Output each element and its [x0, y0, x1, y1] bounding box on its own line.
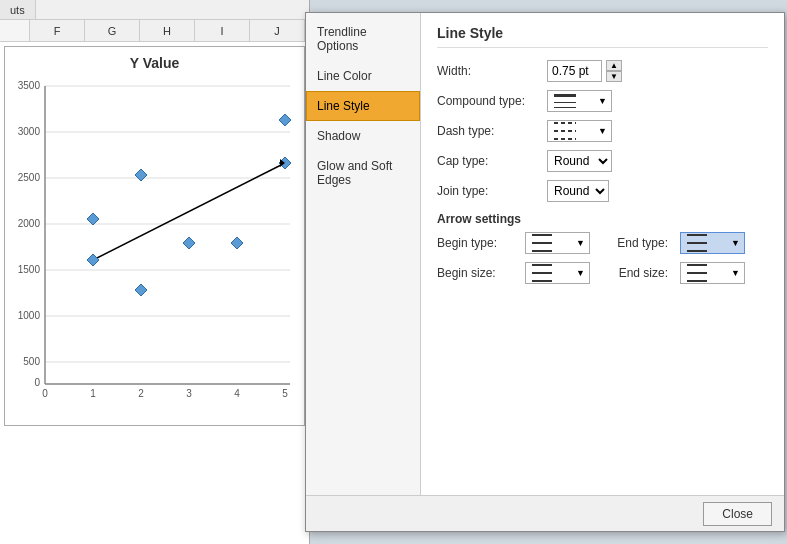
- join-type-row: Join type: Round Bevel Miter: [437, 180, 768, 202]
- row-num-spacer: [0, 20, 30, 41]
- sheet-tab[interactable]: uts: [0, 0, 36, 19]
- svg-text:5: 5: [282, 388, 288, 399]
- width-up-btn[interactable]: ▲: [606, 60, 622, 71]
- spreadsheet-area: uts F G H I J Y Value 3500 3000 2500 200…: [0, 0, 310, 544]
- begin-size-label: Begin size:: [437, 266, 517, 280]
- dialog-panel: Trendline Options Line Color Line Style …: [305, 12, 785, 532]
- svg-text:1: 1: [90, 388, 96, 399]
- end-size-label: End size:: [598, 266, 668, 280]
- chart-title: Y Value: [5, 47, 304, 71]
- chart-svg: 3500 3000 2500 2000 1500 1000 500 0 0 1 …: [10, 71, 300, 401]
- width-down-btn[interactable]: ▼: [606, 71, 622, 82]
- begin-size-icon: [530, 260, 554, 286]
- join-type-select[interactable]: Round Bevel Miter: [547, 180, 609, 202]
- dash-type-icon: [552, 118, 578, 144]
- compound-type-row: Compound type: ▼: [437, 90, 768, 112]
- column-headers: F G H I J: [0, 20, 309, 42]
- svg-text:1500: 1500: [17, 264, 40, 275]
- svg-text:2000: 2000: [17, 218, 40, 229]
- compound-type-icon: [552, 92, 578, 110]
- svg-marker-27: [135, 284, 147, 296]
- cap-type-control: Round Flat Square: [547, 150, 612, 172]
- end-size-icon: [685, 260, 709, 286]
- svg-text:1000: 1000: [17, 310, 40, 321]
- begin-end-size-row: Begin size: ▼ End size:: [437, 262, 768, 284]
- begin-type-label: Begin type:: [437, 236, 517, 250]
- begin-type-arrow-icon: ▼: [576, 238, 585, 248]
- compound-type-arrow: ▼: [598, 96, 607, 106]
- compound-type-label: Compound type:: [437, 94, 547, 108]
- width-row: Width: ▲ ▼: [437, 60, 768, 82]
- cap-type-row: Cap type: Round Flat Square: [437, 150, 768, 172]
- nav-item-glow-soft-edges[interactable]: Glow and Soft Edges: [306, 151, 420, 195]
- end-size-arrow-icon: ▼: [731, 268, 740, 278]
- width-label: Width:: [437, 64, 547, 78]
- svg-text:3500: 3500: [17, 80, 40, 91]
- dash-type-row: Dash type: ▼: [437, 120, 768, 142]
- close-button[interactable]: Close: [703, 502, 772, 526]
- begin-size-dropdown[interactable]: ▼: [525, 262, 590, 284]
- begin-type-icon: [530, 230, 554, 256]
- svg-marker-25: [87, 213, 99, 225]
- dash-type-arrow: ▼: [598, 126, 607, 136]
- end-type-label: End type:: [598, 236, 668, 250]
- begin-end-type-row: Begin type: ▼ End type:: [437, 232, 768, 254]
- end-type-dropdown[interactable]: ▼: [680, 232, 745, 254]
- begin-size-arrow-icon: ▼: [576, 268, 585, 278]
- svg-marker-26: [87, 254, 99, 266]
- end-type-arrow-icon: ▼: [731, 238, 740, 248]
- dialog-content: Line Style Width: ▲ ▼ Compound type:: [421, 13, 784, 495]
- dash-type-label: Dash type:: [437, 124, 547, 138]
- dialog-nav: Trendline Options Line Color Line Style …: [306, 13, 421, 495]
- col-header-f: F: [30, 20, 85, 41]
- nav-item-line-style[interactable]: Line Style: [306, 91, 420, 121]
- nav-item-shadow[interactable]: Shadow: [306, 121, 420, 151]
- dialog-body: Trendline Options Line Color Line Style …: [306, 13, 784, 495]
- width-spinner: ▲ ▼: [606, 60, 622, 82]
- svg-marker-31: [279, 114, 291, 126]
- width-control: ▲ ▼: [547, 60, 622, 82]
- svg-text:0: 0: [34, 377, 40, 388]
- join-type-label: Join type:: [437, 184, 547, 198]
- compound-type-dropdown[interactable]: ▼: [547, 90, 612, 112]
- arrow-settings-title: Arrow settings: [437, 212, 768, 226]
- dash-type-dropdown[interactable]: ▼: [547, 120, 612, 142]
- join-type-control: Round Bevel Miter: [547, 180, 609, 202]
- dash-type-control: ▼: [547, 120, 612, 142]
- end-size-dropdown[interactable]: ▼: [680, 262, 745, 284]
- svg-marker-29: [183, 237, 195, 249]
- svg-text:2: 2: [138, 388, 144, 399]
- tabs-bar: uts: [0, 0, 309, 20]
- col-header-i: I: [195, 20, 250, 41]
- svg-marker-28: [135, 169, 147, 181]
- col-header-h: H: [140, 20, 195, 41]
- svg-text:0: 0: [42, 388, 48, 399]
- svg-text:4: 4: [234, 388, 240, 399]
- chart-container: Y Value 3500 3000 2500 2000 1500 1000 50…: [4, 46, 305, 426]
- col-header-g: G: [85, 20, 140, 41]
- end-type-icon: [685, 230, 709, 256]
- svg-marker-30: [231, 237, 243, 249]
- compound-type-control: ▼: [547, 90, 612, 112]
- cap-type-select[interactable]: Round Flat Square: [547, 150, 612, 172]
- col-header-j: J: [250, 20, 305, 41]
- nav-item-trendline-options[interactable]: Trendline Options: [306, 17, 420, 61]
- begin-type-dropdown[interactable]: ▼: [525, 232, 590, 254]
- svg-text:3: 3: [186, 388, 192, 399]
- dialog-footer: Close: [306, 495, 784, 531]
- width-input[interactable]: [547, 60, 602, 82]
- svg-text:500: 500: [23, 356, 40, 367]
- cap-type-label: Cap type:: [437, 154, 547, 168]
- content-title: Line Style: [437, 25, 768, 48]
- svg-text:2500: 2500: [17, 172, 40, 183]
- svg-text:3000: 3000: [17, 126, 40, 137]
- nav-item-line-color[interactable]: Line Color: [306, 61, 420, 91]
